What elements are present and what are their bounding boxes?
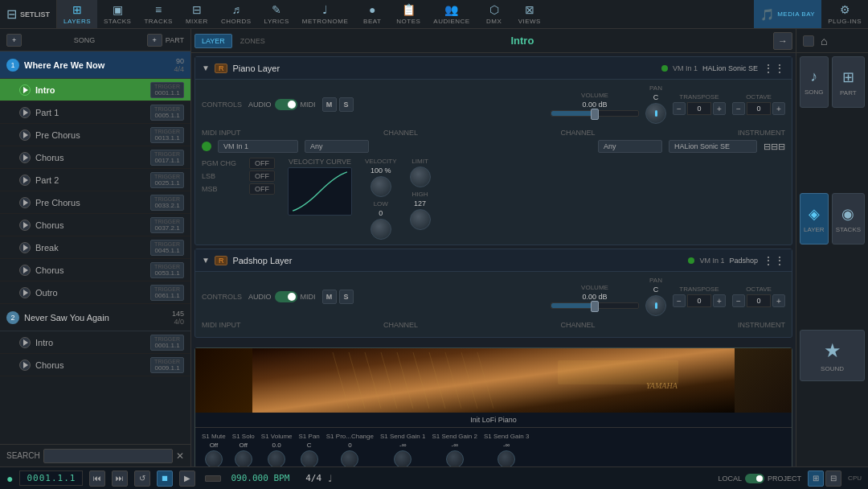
part-play-prechorus2[interactable]: [19, 197, 31, 208]
piano-menu-btn[interactable]: ⋮⋮: [763, 62, 785, 75]
nav-notes[interactable]: 📋 NOTES: [390, 0, 427, 28]
stop-btn[interactable]: ⏹: [157, 471, 173, 487]
right-item-sound[interactable]: ★ SOUND: [800, 330, 865, 381]
part-item-s2-chorus[interactable]: Chorus TRIGGER 0009.1.1: [0, 354, 190, 376]
local-project-switch[interactable]: [745, 474, 764, 483]
s1-pan-knob[interactable]: [301, 450, 318, 466]
nav-plugins[interactable]: ⚙ PLUG-INS: [821, 0, 868, 28]
s1-send2-knob[interactable]: [446, 450, 464, 466]
nav-dmx[interactable]: ⬡ DMX: [477, 0, 512, 28]
part-item-intro[interactable]: Intro TRIGGER 0001.1.1: [0, 79, 190, 101]
padshop-m-btn[interactable]: M: [322, 290, 337, 304]
padshop-octave-plus[interactable]: +: [772, 294, 785, 307]
part-item-chorus2[interactable]: Chorus TRIGGER 0037.2.1: [0, 214, 190, 236]
piano-fader-track[interactable]: [551, 110, 639, 117]
low-knob[interactable]: [371, 219, 391, 240]
piano-fader-handle[interactable]: [591, 109, 599, 120]
nav-metronome[interactable]: ♩ METRONOME: [296, 0, 354, 28]
s1-mute-knob[interactable]: [205, 450, 223, 466]
s1-solo-knob[interactable]: [235, 450, 252, 466]
velocity-knob[interactable]: [371, 176, 391, 197]
skip-fwd-btn[interactable]: ⏭: [112, 471, 128, 487]
part-play-intro[interactable]: [19, 84, 31, 96]
nav-views[interactable]: ⊠ VIEWS: [512, 0, 547, 28]
add-song-btn[interactable]: +: [6, 34, 22, 47]
tab-layer[interactable]: LAYER: [194, 34, 232, 48]
s1-send1-knob[interactable]: [394, 450, 411, 466]
padshop-audio-toggle[interactable]: [275, 291, 297, 302]
nav-beat[interactable]: ● BEAT: [354, 0, 390, 28]
right-item-song[interactable]: ♪ SONG: [800, 56, 829, 108]
piano-channel-dropdown[interactable]: Any: [305, 140, 369, 153]
padshop-expand-btn[interactable]: ▼: [202, 256, 210, 265]
piano-pan-knob[interactable]: [645, 103, 666, 124]
play-btn[interactable]: ▶: [179, 471, 195, 487]
padshop-fader-track[interactable]: [551, 302, 639, 309]
song-item-2[interactable]: 2 Never Saw You Again 145 4/0: [0, 304, 190, 331]
view-btn-1[interactable]: ⊞: [808, 471, 824, 487]
checkbox-icon[interactable]: [803, 35, 814, 47]
part-item-part2[interactable]: Part 2 TRIGGER 0025.1.1: [0, 169, 190, 191]
part-item-outro[interactable]: Outro TRIGGER 0061.1.1: [0, 281, 190, 304]
nav-tracks[interactable]: ≡ TRACKS: [137, 0, 178, 28]
part-play-chorus2[interactable]: [19, 220, 31, 231]
piano-instrument-dropdown[interactable]: HALion Sonic SE: [669, 140, 757, 153]
part-play-s2-chorus[interactable]: [19, 360, 31, 371]
part-item-s2-intro[interactable]: Intro TRIGGER 0001.1.1: [0, 331, 190, 354]
nav-lyrics[interactable]: ✎ LYRICS: [258, 0, 296, 28]
right-item-layer[interactable]: ◈ LAYER: [800, 193, 829, 244]
part-play-prechorus1[interactable]: [19, 129, 31, 141]
right-item-part[interactable]: ⊞ PART: [832, 56, 865, 108]
padshop-transpose-minus[interactable]: −: [673, 294, 686, 307]
nav-chords[interactable]: ♬ CHORDS: [215, 0, 258, 28]
padshop-s-btn[interactable]: S: [339, 290, 354, 304]
part-item-prechorus2[interactable]: Pre Chorus TRIGGER 0033.2.1: [0, 191, 190, 214]
limit-knob[interactable]: [410, 166, 431, 187]
piano-octave-plus[interactable]: +: [772, 102, 785, 115]
setlist-btn[interactable]: ⊟ SETLIST: [0, 0, 57, 28]
nav-layers[interactable]: ⊞ LAYERS: [57, 0, 97, 28]
piano-audio-toggle[interactable]: [275, 99, 297, 110]
part-play-part2[interactable]: [19, 175, 31, 186]
nav-stacks[interactable]: ▣ STACKS: [97, 0, 137, 28]
piano-inst-channel-dropdown[interactable]: Any: [598, 140, 662, 153]
nav-mixer[interactable]: ⊟ MIXER: [179, 0, 215, 28]
part-item-chorus3[interactable]: Chorus TRIGGER 0053.1.1: [0, 259, 190, 281]
part-item-prechorus1[interactable]: Pre Chorus TRIGGER 0013.1.1: [0, 124, 190, 146]
s1-send3-knob[interactable]: [497, 450, 515, 466]
padshop-fader-handle[interactable]: [591, 301, 599, 312]
part-play-chorus3[interactable]: [19, 265, 31, 276]
s1-volume-knob[interactable]: [268, 450, 285, 466]
nav-next-btn[interactable]: →: [773, 32, 792, 50]
high-knob[interactable]: [410, 209, 431, 230]
padshop-transpose-plus[interactable]: +: [713, 294, 726, 307]
part-play-s2-intro[interactable]: [19, 337, 31, 348]
piano-expand-btn[interactable]: ▼: [202, 64, 210, 72]
skip-back-btn[interactable]: ⏮: [89, 471, 105, 487]
view-btn-2[interactable]: ⊟: [825, 471, 841, 487]
part-item-part1[interactable]: Part 1 TRIGGER 0005.1.1: [0, 101, 190, 124]
part-item-break[interactable]: Break TRIGGER 0045.1.1: [0, 236, 190, 259]
piano-transpose-plus[interactable]: +: [713, 102, 726, 115]
piano-m-btn[interactable]: M: [322, 97, 337, 112]
nav-audience[interactable]: 👥 AUDIENCE: [427, 0, 476, 28]
media-bay-btn[interactable]: 🎵 MEDIA BAY: [754, 0, 821, 28]
search-input[interactable]: [43, 449, 173, 463]
part-play-outro[interactable]: [19, 287, 31, 298]
part-play-chorus1[interactable]: [19, 152, 31, 163]
part-item-chorus1[interactable]: Chorus TRIGGER 0017.1.1: [0, 146, 190, 169]
right-item-stacks[interactable]: ◉ STACKS: [832, 193, 865, 244]
padshop-menu-btn[interactable]: ⋮⋮: [763, 254, 785, 267]
add-part-btn[interactable]: +: [147, 34, 162, 47]
search-close-btn[interactable]: ✕: [176, 450, 184, 462]
loop-btn[interactable]: ↺: [134, 471, 150, 487]
padshop-octave-minus[interactable]: −: [732, 294, 745, 307]
piano-midi-input-dropdown[interactable]: VM In 1: [218, 140, 298, 153]
padshop-pan-knob[interactable]: [645, 295, 666, 316]
s1-pro-knob[interactable]: [341, 450, 358, 466]
piano-transpose-minus[interactable]: −: [673, 102, 686, 115]
song-item-1[interactable]: 1 Where Are We Now 90 4/4: [0, 51, 190, 79]
home-icon[interactable]: ⌂: [821, 35, 827, 47]
part-play-break[interactable]: [19, 242, 31, 253]
piano-octave-minus[interactable]: −: [732, 102, 745, 115]
